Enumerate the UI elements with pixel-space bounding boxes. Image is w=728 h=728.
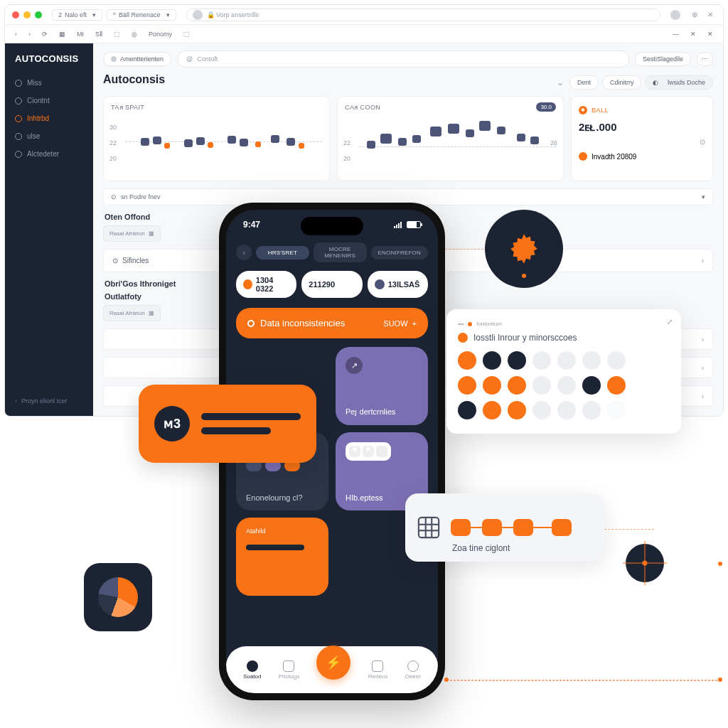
nav-item-3[interactable]: Redeos [368, 660, 388, 680]
row-icon: ⊙ [112, 257, 118, 264]
stat-1[interactable]: 1304 0322 [236, 271, 296, 298]
sidebar-item-2[interactable]: Inhtrbd [5, 109, 93, 127]
search-input[interactable]: @Contoft [177, 50, 629, 68]
settings-pill[interactable]: SestiSlagedile [635, 52, 691, 66]
toolbar: ‹ › ⟳ ▦ MI SⅡ ⬚ ◎ Ponomy ⬚ — ✕ ✕ [5, 25, 723, 43]
filter-3[interactable]: ◐ lwsids Doche [645, 75, 713, 90]
crosshair-icon [626, 544, 664, 582]
dot-icon: ✱ [579, 106, 587, 114]
site-avatar-icon [193, 10, 203, 20]
segment-1[interactable]: HRS'SRET [256, 246, 309, 259]
action-icon: ⚡ [326, 655, 341, 670]
nav-prev-icon[interactable]: › [236, 245, 252, 260]
nav-item-4[interactable]: Oeeer [405, 660, 421, 680]
summary-panel: ✱BALL 2ᴇᴌ.000 ⊙ Invadth 20809 [571, 96, 713, 181]
expand-icon[interactable]: ⤢ [667, 318, 673, 326]
chart-1: TAᴙ SPAIT 30 22 20 [103, 96, 330, 181]
chart-2: CAᴙ COON 30.0 22 20 26 [337, 96, 564, 181]
tile-1[interactable]: ↗ Peȷ dertcrnlies [336, 347, 428, 425]
avatar-icon: ᴍ3 [154, 406, 190, 441]
alert-banner[interactable]: Data inconsistencies SUOW+ [236, 308, 428, 338]
flow-label: Zoa tine ciglont [452, 543, 510, 553]
browser-tab-1[interactable]: 2Nalo eft▾ [52, 9, 102, 21]
filter-1[interactable]: Dent [569, 75, 599, 90]
chip[interactable]: Rasal Afrieton▦ [103, 225, 161, 242]
chevron-right-icon: › [702, 257, 704, 264]
notch [301, 217, 363, 235]
browser-close-icon[interactable]: ✕ [705, 9, 716, 21]
home-icon [247, 660, 258, 672]
chart-badge: 30.0 [536, 102, 556, 112]
tile-3[interactable]: Atahild [236, 518, 328, 596]
chevron-down-icon[interactable]: ⌄ [557, 77, 564, 87]
more-icon[interactable]: ⋯ [697, 52, 713, 66]
nav-item-2[interactable]: Pnotogs [279, 660, 299, 680]
guide-dot-icon [718, 678, 722, 682]
filter-2[interactable]: Cdinitrry [602, 75, 642, 90]
page-title: Autoconsis [103, 73, 165, 86]
minimize-traffic-light[interactable] [23, 11, 31, 18]
browser-menu-icon[interactable]: ⊕ [689, 9, 700, 21]
notification-card[interactable]: ᴍ3 [139, 385, 316, 463]
sidebar-item-4[interactable]: Alctedeter [5, 145, 93, 163]
address-bar[interactable]: 🔒 Vorp ansertrille [186, 9, 660, 21]
segment-bar: › HRS'SRET MOCRE MENENIRS ENONIFREFON [226, 240, 438, 265]
sidebar-item-3[interactable]: ulse [5, 127, 93, 145]
stats-row: 1304 0322 211290 13ILSAŜ [226, 265, 438, 304]
chevron-right-icon: › [702, 336, 704, 343]
clock: 9:47 [243, 220, 260, 230]
context-pill[interactable]: Amentterienten [103, 52, 171, 66]
svg-rect-4 [419, 518, 439, 537]
dot-grid [458, 351, 670, 419]
svg-rect-1 [396, 225, 397, 228]
segment-3[interactable]: ENONIFREFON [371, 246, 428, 259]
panel-title: Iosstli Inrour y minorsccoes [458, 333, 670, 343]
reload-icon[interactable]: ⟳ [39, 31, 50, 38]
profile-avatar-icon[interactable] [670, 10, 680, 20]
sidebar-item-0[interactable]: Miss [5, 74, 93, 92]
flow-panel[interactable]: Zoa tine ciglont [405, 493, 604, 562]
tile-grid: ↗ Peȷ dertcrnlies JUIT Enonelourng cl? ✱… [226, 343, 438, 600]
chart-2-title: CAᴙ COON [345, 104, 556, 111]
arrow-icon: ↗ [346, 357, 363, 374]
nav-back-icon[interactable]: ‹ [12, 31, 20, 38]
sidebar: AUTOCONSIS Miss Ciontnt Inhtrbd ulse Alc… [5, 43, 93, 416]
window-minimize-icon[interactable]: — [670, 31, 682, 38]
grid-icon[interactable]: ▦ [56, 31, 68, 38]
nav-item-1[interactable]: Soatod [243, 660, 261, 680]
browser-tab-2[interactable]: ᴮBäll Renenace▾ [107, 9, 176, 21]
chart-2-plot [359, 118, 556, 173]
signal-icon [394, 221, 404, 228]
sidebar-footer[interactable]: ›Proyn elionl Icer [5, 393, 77, 409]
titlebar: 2Nalo eft▾ ᴮBäll Renenace▾ 🔒 Vorp ansert… [5, 5, 723, 25]
grid-icon [417, 515, 441, 540]
close-traffic-light[interactable] [12, 11, 19, 18]
app-icon[interactable] [84, 563, 152, 631]
user-icon [407, 660, 419, 672]
guide-dot-icon [444, 678, 449, 682]
stat-3[interactable]: 13ILSAŜ [368, 271, 428, 298]
nav-forward-icon[interactable]: › [26, 31, 33, 38]
chart-1-plot [125, 118, 322, 173]
summary-tab[interactable]: ✱BALL [579, 104, 705, 117]
chevron-right-icon: › [702, 392, 704, 400]
summary-sub: Invadth 20809 [579, 150, 705, 163]
nav-fab[interactable]: ⚡ [316, 646, 350, 680]
text-lines [201, 413, 301, 434]
window-close-icon-2[interactable]: ✕ [705, 31, 716, 38]
dot-icon [579, 152, 587, 161]
sidebar-icon [15, 133, 22, 140]
stat-icon [243, 279, 252, 289]
window-close-icon[interactable]: ✕ [687, 31, 699, 38]
guide-line [446, 680, 721, 681]
stat-icon [375, 279, 385, 289]
gear-icon [506, 231, 542, 267]
stat-2[interactable]: 211290 [301, 271, 362, 298]
chart-1-title: TAᴙ SPAIT [111, 104, 322, 111]
dot-icon [458, 333, 468, 343]
sidebar-icon [15, 115, 22, 122]
sidebar-item-1[interactable]: Ciontnt [5, 92, 93, 109]
segment-2[interactable]: MOCRE MENENIRS [314, 242, 367, 262]
chip[interactable]: Rasal Afrieton▦ [103, 305, 161, 321]
maximize-traffic-light[interactable] [35, 11, 42, 18]
